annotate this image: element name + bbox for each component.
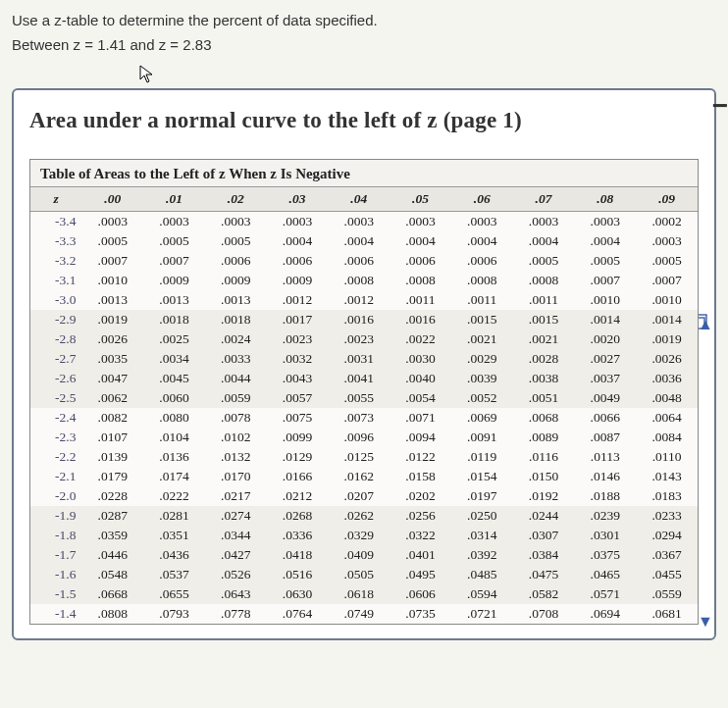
prob-cell: .0281	[143, 506, 205, 526]
prob-cell: .0166	[267, 467, 329, 486]
prob-cell: .0418	[267, 545, 329, 565]
prob-cell: .0446	[81, 545, 143, 565]
prob-cell: .0104	[143, 428, 205, 447]
prob-cell: .0011	[451, 290, 513, 310]
cursor-icon	[139, 65, 155, 80]
prob-cell: .0708	[513, 604, 575, 624]
prob-cell: .0062	[81, 388, 143, 408]
prob-cell: .0008	[451, 271, 513, 290]
prob-cell: .0005	[636, 251, 698, 271]
prob-cell: .0681	[636, 604, 698, 624]
prob-cell: .0170	[205, 467, 267, 486]
table-row: -1.4.0808.0793.0778.0764.0749.0735.0721.…	[30, 604, 698, 624]
table-row: -2.2.0139.0136.0132.0129.0125.0122.0119.…	[30, 447, 698, 467]
prob-cell: .0055	[328, 388, 390, 408]
prob-cell: .0007	[636, 271, 698, 290]
table-header-row: z.00.01.02.03.04.05.06.07.08.09	[30, 187, 698, 212]
prob-cell: .0057	[267, 388, 329, 408]
prob-cell: .0018	[143, 310, 205, 329]
prob-cell: .0003	[574, 212, 636, 232]
col-header: .05	[390, 187, 451, 212]
prob-cell: .0505	[328, 565, 390, 584]
z-value-cell: -2.7	[30, 349, 81, 369]
prob-cell: .0392	[451, 545, 513, 565]
prob-cell: .0023	[267, 329, 329, 349]
prob-cell: .0359	[81, 526, 143, 545]
prob-cell: .0040	[390, 369, 451, 388]
table-row: -2.9.0019.0018.0018.0017.0016.0016.0015.…	[30, 310, 698, 329]
prob-cell: .0485	[451, 565, 513, 584]
prob-cell: .0116	[513, 447, 575, 467]
prob-cell: .0401	[390, 545, 451, 565]
prob-cell: .0344	[205, 526, 267, 545]
prob-cell: .0084	[636, 428, 698, 447]
collapse-icon[interactable]: −	[712, 90, 728, 122]
prob-cell: .0217	[205, 486, 267, 506]
prob-cell: .0003	[143, 212, 205, 232]
table-row: -3.4.0003.0003.0003.0003.0003.0003.0003.…	[30, 212, 698, 232]
prob-cell: .0015	[451, 310, 513, 329]
table-row: -2.6.0047.0045.0044.0043.0041.0040.0039.…	[30, 369, 698, 388]
prob-cell: .0004	[574, 231, 636, 251]
prob-cell: .0031	[328, 349, 390, 369]
prob-cell: .0132	[205, 447, 267, 467]
prob-cell: .0119	[451, 447, 513, 467]
z-value-cell: -2.6	[30, 369, 81, 388]
table-row: -1.6.0548.0537.0526.0516.0505.0495.0485.…	[30, 565, 698, 584]
table-row: -3.2.0007.0007.0006.0006.0006.0006.0006.…	[30, 251, 698, 271]
prob-cell: .0548	[81, 565, 143, 584]
prob-cell: .0011	[390, 290, 451, 310]
prob-cell: .0052	[451, 388, 513, 408]
z-value-cell: -3.3	[30, 231, 81, 251]
col-header: .06	[451, 187, 513, 212]
prob-cell: .0143	[636, 467, 698, 486]
prob-cell: .0080	[143, 408, 205, 428]
prob-cell: .0571	[574, 584, 636, 604]
prob-cell: .0087	[574, 428, 636, 447]
prob-cell: .0005	[143, 231, 205, 251]
prob-cell: .0006	[267, 251, 329, 271]
prob-cell: .0013	[81, 290, 143, 310]
prob-cell: .0003	[81, 212, 143, 232]
prob-cell: .0516	[267, 565, 329, 584]
prob-cell: .0008	[390, 271, 451, 290]
z-value-cell: -3.0	[30, 290, 81, 310]
prob-cell: .0113	[574, 447, 636, 467]
prob-cell: .0244	[513, 506, 575, 526]
prob-cell: .0495	[390, 565, 451, 584]
col-header-z: z	[30, 187, 81, 212]
table-row: -1.9.0287.0281.0274.0268.0262.0256.0250.…	[30, 506, 698, 526]
prob-cell: .0367	[636, 545, 698, 565]
prob-cell: .0009	[267, 271, 329, 290]
prob-cell: .0005	[574, 251, 636, 271]
col-header: .03	[267, 187, 329, 212]
table-row: -1.5.0668.0655.0643.0630.0618.0606.0594.…	[30, 584, 698, 604]
prob-cell: .0102	[205, 428, 267, 447]
prob-cell: .0003	[451, 212, 513, 232]
col-header: .01	[143, 187, 205, 212]
table-row: -2.4.0082.0080.0078.0075.0073.0071.0069.…	[30, 408, 698, 428]
prob-cell: .0041	[328, 369, 390, 388]
prob-cell: .0630	[267, 584, 329, 604]
prob-cell: .0618	[328, 584, 390, 604]
prob-cell: .0643	[205, 584, 267, 604]
prob-cell: .0002	[636, 212, 698, 232]
prob-cell: .0016	[328, 310, 390, 329]
prob-cell: .0091	[451, 428, 513, 447]
prob-cell: .0026	[636, 349, 698, 369]
prob-cell: .0075	[267, 408, 329, 428]
prob-cell: .0003	[636, 231, 698, 251]
prob-cell: .0322	[390, 526, 451, 545]
prob-cell: .0793	[143, 604, 205, 624]
z-value-cell: -2.2	[30, 447, 81, 467]
prob-cell: .0136	[143, 447, 205, 467]
prob-cell: .0010	[636, 290, 698, 310]
panel-title: Area under a normal curve to the left of…	[29, 108, 699, 133]
prob-cell: .0668	[81, 584, 143, 604]
z-value-cell: -3.2	[30, 251, 81, 271]
col-header: .08	[574, 187, 636, 212]
prob-cell: .0017	[267, 310, 329, 329]
table-row: -2.8.0026.0025.0024.0023.0023.0022.0021.…	[30, 329, 698, 349]
scroll-down-icon[interactable]: ▼	[695, 613, 716, 631]
prob-cell: .0032	[267, 349, 329, 369]
